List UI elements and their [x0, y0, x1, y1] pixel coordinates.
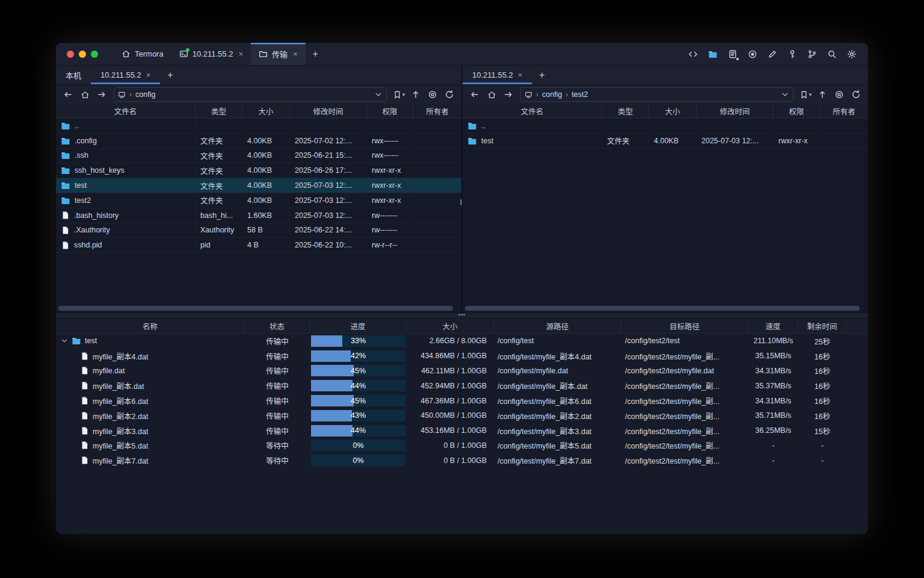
- file-row[interactable]: .ssh 文件夹 4.00KB 2025-06-21 15:... rwx---…: [56, 149, 461, 164]
- refresh-button[interactable]: [849, 87, 863, 102]
- file-mtime: 2025-06-21 15:...: [290, 149, 367, 163]
- vertical-splitter-grip[interactable]: •••: [460, 199, 462, 205]
- file-row[interactable]: ..: [463, 119, 868, 134]
- window-tab-0[interactable]: Termora: [114, 43, 171, 65]
- back-button[interactable]: [467, 87, 482, 102]
- transfer-row[interactable]: myfile_副本6.dat 传输中 45% 467.36MB / 1.00GB…: [56, 393, 868, 408]
- breadcrumb-segment[interactable]: test2: [571, 90, 588, 99]
- transfer-progress: 42%: [310, 349, 407, 364]
- right-new-panel-tab-button[interactable]: +: [532, 66, 552, 84]
- left-panel-tab-1[interactable]: 10.211.55.2 ×: [91, 66, 160, 84]
- bookmark-button[interactable]: ▾: [798, 87, 813, 102]
- column-header[interactable]: 大小: [242, 104, 290, 118]
- home-button[interactable]: [484, 87, 499, 102]
- edit-icon: [768, 49, 777, 59]
- edit-button[interactable]: [765, 46, 780, 62]
- column-header[interactable]: 权限: [774, 104, 820, 118]
- transfer-row[interactable]: myfile.dat 传输中 45% 462.11MB / 1.00GB /co…: [56, 364, 868, 379]
- transfer-status: 传输中: [245, 423, 310, 438]
- forward-button[interactable]: [501, 87, 516, 102]
- transfer-row[interactable]: myfile_副本2.dat 传输中 43% 450.00MB / 1.00GB…: [56, 408, 868, 423]
- left-new-panel-tab-button[interactable]: +: [160, 66, 180, 84]
- refresh-icon: [445, 90, 454, 99]
- column-header[interactable]: 速度: [748, 319, 798, 333]
- column-header[interactable]: 剩余时间: [798, 319, 846, 333]
- column-header[interactable]: 修改时间: [697, 104, 774, 118]
- new-window-tab-button[interactable]: +: [306, 43, 325, 65]
- search-button[interactable]: [824, 46, 840, 62]
- column-header[interactable]: 所有者: [413, 104, 461, 118]
- path-dropdown-chevron[interactable]: [374, 90, 383, 99]
- column-header[interactable]: 大小: [649, 104, 697, 118]
- column-header[interactable]: 类型: [602, 104, 649, 118]
- folder-button[interactable]: [705, 46, 721, 62]
- file-row[interactable]: test 文件夹 4.00KB 2025-07-03 12:... rwxr-x…: [463, 134, 868, 149]
- column-header[interactable]: 修改时间: [290, 104, 367, 118]
- code-button[interactable]: [685, 46, 701, 62]
- horizontal-scrollbar[interactable]: [465, 306, 860, 311]
- column-header[interactable]: 所有者: [820, 104, 868, 118]
- file-row[interactable]: .Xauthority Xauthority 58 B 2025-06-22 1…: [56, 223, 461, 238]
- zoom-window-button[interactable]: [91, 51, 98, 58]
- left-panel-tab-0[interactable]: 本机: [56, 66, 91, 84]
- refresh-button[interactable]: [442, 87, 457, 102]
- file-row[interactable]: .bash_history bash_hi... 1.60KB 2025-07-…: [56, 208, 461, 223]
- breadcrumb-segment[interactable]: config: [135, 90, 155, 99]
- file-row[interactable]: test 文件夹 4.00KB 2025-07-03 12:... rwxr-x…: [56, 178, 461, 193]
- window-tab-2[interactable]: 传输 ×: [251, 43, 306, 65]
- close-tab-icon[interactable]: ×: [146, 70, 151, 79]
- close-tab-icon[interactable]: ×: [518, 70, 523, 79]
- collapse-chevron-icon[interactable]: [61, 337, 68, 344]
- parent-directory-button[interactable]: [408, 87, 423, 102]
- key-button[interactable]: [784, 46, 800, 62]
- column-header[interactable]: 进度: [310, 319, 407, 333]
- left-path-breadcrumb[interactable]: ›config: [114, 87, 387, 102]
- branch-button[interactable]: [804, 46, 820, 62]
- file-row[interactable]: .config 文件夹 4.00KB 2025-07-02 12:... rwx…: [56, 134, 461, 149]
- show-hidden-button[interactable]: [832, 87, 846, 102]
- record-button[interactable]: [745, 46, 760, 62]
- transfer-row[interactable]: myfile_副本.dat 传输中 44% 452.94MB / 1.00GB …: [56, 378, 868, 393]
- column-header[interactable]: 文件名: [463, 104, 602, 118]
- transfer-row[interactable]: test 传输中 33% 2.66GB / 8.00GB /config/tes…: [56, 334, 868, 349]
- right-panel-tab-0[interactable]: 10.211.55.2 ×: [463, 66, 532, 84]
- close-window-button[interactable]: [67, 51, 74, 58]
- minimize-window-button[interactable]: [79, 51, 86, 58]
- file-row[interactable]: test2 文件夹 4.00KB 2025-07-03 12:... rwxr-…: [56, 193, 461, 208]
- horizontal-scrollbar[interactable]: [58, 306, 453, 311]
- show-hidden-button[interactable]: [425, 87, 440, 102]
- transfer-row[interactable]: myfile_副本3.dat 传输中 44% 453.16MB / 1.00GB…: [56, 423, 868, 438]
- horizontal-splitter[interactable]: •••: [56, 312, 868, 319]
- column-header[interactable]: 大小: [407, 319, 494, 333]
- parent-directory-button[interactable]: [815, 87, 830, 102]
- transfer-row[interactable]: myfile_副本5.dat 等待中 0% 0 B / 1.00GB /conf…: [56, 438, 868, 453]
- settings-button[interactable]: [844, 46, 860, 62]
- file-row[interactable]: ssh_host_keys 文件夹 4.00KB 2025-06-26 17:.…: [56, 163, 461, 178]
- column-header[interactable]: 名称: [56, 319, 245, 333]
- file-row[interactable]: ..: [56, 119, 461, 134]
- column-header[interactable]: 类型: [196, 104, 242, 118]
- column-header[interactable]: 状态: [245, 319, 310, 333]
- progress-label: 45%: [311, 365, 405, 376]
- transfer-row[interactable]: myfile_副本4.dat 传输中 42% 434.86MB / 1.00GB…: [56, 349, 868, 364]
- home-button[interactable]: [78, 87, 92, 102]
- path-dropdown-chevron[interactable]: [781, 90, 789, 99]
- column-header[interactable]: 源路径: [494, 319, 621, 333]
- column-header[interactable]: 目标路径: [621, 319, 748, 333]
- close-tab-icon[interactable]: ×: [238, 49, 243, 58]
- file-size: 4 B: [242, 238, 290, 252]
- transfer-row[interactable]: myfile_副本7.dat 等待中 0% 0 B / 1.00GB /conf…: [56, 453, 868, 468]
- log-button[interactable]: [725, 46, 741, 62]
- close-tab-icon[interactable]: ×: [293, 49, 298, 58]
- right-path-breadcrumb[interactable]: ›config›test2: [520, 87, 793, 102]
- window-tab-1[interactable]: 10.211.55.2 ×: [171, 43, 251, 65]
- horizontal-splitter-grip[interactable]: •••: [458, 312, 466, 318]
- column-header[interactable]: 文件名: [56, 104, 196, 118]
- bookmark-button[interactable]: ▾: [392, 87, 406, 102]
- file-table-header: 文件名类型大小修改时间权限所有者: [56, 104, 461, 119]
- column-header[interactable]: 权限: [367, 104, 413, 118]
- forward-button[interactable]: [94, 87, 109, 102]
- breadcrumb-segment[interactable]: config: [542, 90, 562, 99]
- back-button[interactable]: [61, 87, 75, 102]
- file-row[interactable]: sshd.pid pid 4 B 2025-06-22 10:... rw-r-…: [56, 238, 461, 253]
